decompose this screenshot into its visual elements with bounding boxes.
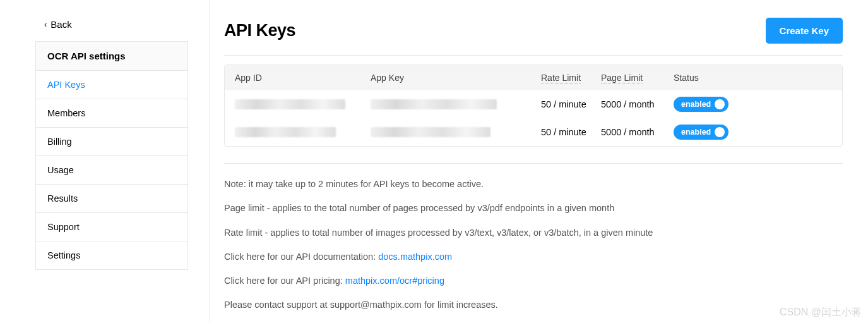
- table-row: 50 / minute 5000 / month enabled: [225, 118, 842, 146]
- sidebar-menu: OCR API settings API Keys Members Billin…: [35, 41, 188, 270]
- toggle-label: enabled: [681, 100, 711, 109]
- note-support: Please contact support at support@mathpi…: [224, 298, 843, 311]
- cell-page: 5000 / month: [601, 99, 674, 109]
- note-docs: Click here for our API documentation: do…: [224, 250, 843, 263]
- back-label: Back: [51, 19, 71, 30]
- notes-section: Note: it may take up to 2 minutes for AP…: [224, 163, 843, 323]
- status-toggle[interactable]: enabled: [674, 97, 728, 112]
- sidebar-item-usage[interactable]: Usage: [36, 156, 187, 185]
- sidebar-item-members[interactable]: Members: [36, 99, 187, 128]
- create-key-button[interactable]: Create Key: [766, 18, 843, 44]
- note-activation: Note: it may take up to 2 minutes for AP…: [224, 178, 843, 190]
- toggle-label: enabled: [681, 128, 711, 137]
- cell-rate: 50 / minute: [541, 127, 601, 137]
- cell-page: 5000 / month: [601, 127, 674, 137]
- sidebar-item-api-keys[interactable]: API Keys: [36, 71, 187, 99]
- sidebar-header: OCR API settings: [36, 42, 187, 71]
- note-rate-limit: Rate limit - applies to total number of …: [224, 226, 843, 239]
- cell-app-id: [235, 127, 371, 137]
- cell-app-key: [371, 127, 541, 137]
- cell-status: enabled: [674, 125, 730, 140]
- cell-app-id: [235, 99, 371, 109]
- sidebar-item-settings[interactable]: Settings: [36, 241, 187, 269]
- sidebar: ‹ Back OCR API settings API Keys Members…: [0, 0, 210, 323]
- cell-status: enabled: [674, 97, 730, 112]
- main-content: API Keys Create Key App ID App Key Rate …: [210, 0, 868, 323]
- api-keys-table: App ID App Key Rate Limit Page Limit Sta…: [224, 64, 843, 147]
- note-page-limit: Page limit - applies to the total number…: [224, 202, 843, 214]
- note-pricing: Click here for our API pricing: mathpix.…: [224, 274, 843, 287]
- cell-rate: 50 / minute: [541, 99, 601, 109]
- th-app-id: App ID: [235, 73, 371, 83]
- th-rate-limit: Rate Limit: [541, 73, 601, 83]
- toggle-knob: [715, 127, 725, 137]
- table-header-row: App ID App Key Rate Limit Page Limit Sta…: [225, 65, 842, 90]
- sidebar-item-billing[interactable]: Billing: [36, 128, 187, 156]
- pricing-link[interactable]: mathpix.com/ocr#pricing: [345, 276, 444, 286]
- th-page-limit: Page Limit: [601, 73, 674, 83]
- th-app-key: App Key: [371, 73, 541, 83]
- main-header: API Keys Create Key: [224, 18, 843, 56]
- table-row: 50 / minute 5000 / month enabled: [225, 90, 842, 118]
- toggle-knob: [715, 99, 725, 109]
- page-title: API Keys: [224, 21, 295, 40]
- back-link[interactable]: ‹ Back: [44, 19, 188, 30]
- th-status: Status: [674, 73, 730, 83]
- sidebar-item-support[interactable]: Support: [36, 213, 187, 241]
- docs-link[interactable]: docs.mathpix.com: [378, 252, 452, 262]
- cell-app-key: [371, 99, 541, 109]
- status-toggle[interactable]: enabled: [674, 125, 728, 140]
- chevron-left-icon: ‹: [44, 20, 47, 29]
- sidebar-item-results[interactable]: Results: [36, 185, 187, 213]
